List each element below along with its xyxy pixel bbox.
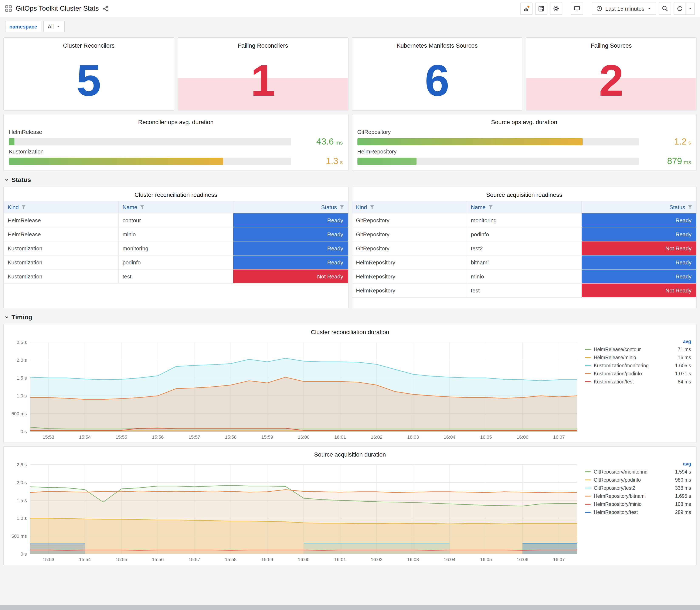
clock-icon [596,5,602,12]
svg-text:2.0 s: 2.0 s [17,480,27,485]
refresh-interval-caret[interactable] [686,2,695,15]
panel-title[interactable]: Cluster Reconcilers [4,38,174,51]
status-badge: Not Ready [582,284,696,297]
gauge-label: HelmRelease [9,129,343,135]
refresh-button[interactable] [674,2,686,15]
dashboard-title[interactable]: GitOps Toolkit Cluster Stats [16,5,99,12]
column-header-kind[interactable]: Kind [352,201,467,213]
column-header-kind[interactable]: Kind [4,201,118,213]
series-color-swatch [585,471,591,472]
gauges-row: Reconciler ops avg. duration HelmRelease… [3,114,697,171]
svg-text:0 s: 0 s [21,551,27,557]
panel-kubernetes-manifests-sources: Kubernetes Manifests Sources 6 [352,37,523,111]
panel-title[interactable]: Cluster reconciliation readiness [4,187,348,200]
column-header-status[interactable]: Status [233,201,348,213]
series-avg-value: 289 ms [670,510,691,515]
svg-text:15:54: 15:54 [79,434,91,440]
readiness-table: KindNameStatus GitRepositorymonitoringRe… [352,201,696,298]
chart-legend: avgHelmRelease/contour71 msHelmRelease/m… [583,337,696,443]
svg-text:15:58: 15:58 [225,434,237,440]
panel-title[interactable]: Failing Reconcilers [178,38,348,51]
chevron-down-icon [647,6,652,11]
dashboard-settings-button[interactable] [550,2,562,15]
legend-item[interactable]: Kustomization/monitoring1.605 s [585,361,691,369]
legend-item[interactable]: HelmRepository/minio108 ms [585,500,691,508]
kind-cell: GitRepository [352,227,467,241]
series-avg-value: 108 ms [670,501,691,507]
panel-source-ops-duration: Source ops avg. duration GitRepository 1… [352,114,697,171]
panel-cluster-reconciliation-readiness: Cluster reconciliation readiness KindNam… [3,187,348,308]
series-name: HelmRepository/test [594,510,667,515]
gauge-label: HelmRepository [357,148,691,155]
panel-title[interactable]: Source acquisition readiness [352,187,696,200]
legend-item[interactable]: GitRepository/test2338 ms [585,484,691,492]
name-cell: monitoring [467,213,582,227]
gauge-value: 1.2s [645,137,691,147]
section-title: Timing [12,313,32,321]
section-title: Status [12,176,31,183]
variable-namespace-label[interactable]: namespace [5,21,42,32]
chart-canvas[interactable]: 0 s500 ms1.0 s1.5 s2.0 s2.5 s15:5315:541… [4,460,583,565]
series-name: Kustomization/test [594,379,667,384]
gear-icon [553,5,559,12]
legend-item[interactable]: HelmRepository/test289 ms [585,508,691,516]
share-dashboard-icon[interactable] [103,5,109,12]
name-cell: test [467,283,582,298]
status-badge: Not Ready [582,241,696,255]
gauge-bar [9,138,15,145]
chart-canvas[interactable]: 0 s500 ms1.0 s1.5 s2.0 s2.5 s15:5315:541… [4,337,583,443]
legend-item[interactable]: HelmRelease/minio16 ms [585,353,691,361]
legend-item[interactable]: Kustomization/test84 ms [585,378,691,386]
zoom-out-button[interactable] [659,2,671,15]
legend-item[interactable]: HelmRepository/bitnami1.695 s [585,492,691,500]
panel-title[interactable]: Source ops avg. duration [357,114,691,127]
panel-title[interactable]: Failing Sources [526,38,696,51]
column-header-name[interactable]: Name [118,201,233,213]
kind-cell: Kustomization [4,255,118,269]
refresh-icon [677,5,683,12]
column-header-status[interactable]: Status [582,201,696,213]
series-avg-value: 84 ms [670,379,691,384]
dashboard-header: GitOps Toolkit Cluster Stats Last 15 [0,0,700,17]
cycle-view-mode-button[interactable] [571,2,583,15]
gauge-value: 1.3s [297,156,343,166]
legend-item[interactable]: GitRepository/monitoring1.594 s [585,468,691,476]
name-cell: contour [118,213,233,227]
magnifier-minus-icon [662,5,668,12]
gauge-track [9,158,291,165]
panel-title[interactable]: Kubernetes Manifests Sources [352,38,522,51]
svg-text:16:02: 16:02 [371,557,382,562]
time-series-plot[interactable]: 0 s500 ms1.0 s1.5 s2.0 s2.5 s15:5315:541… [4,337,583,443]
status-cell: Ready [233,241,348,255]
name-cell: bitnami [467,255,582,269]
panel-title[interactable]: Source acquisition duration [4,447,696,460]
svg-text:16:05: 16:05 [480,434,492,440]
kind-cell: GitRepository [352,241,467,255]
time-range-picker[interactable]: Last 15 minutes [592,2,656,15]
legend-avg-header: avg [683,461,691,466]
row-status-toggle[interactable]: Status [3,176,697,183]
filter-icon [140,205,145,209]
row-timing-toggle[interactable]: Timing [3,313,697,321]
panel-title[interactable]: Reconciler ops avg. duration [9,114,343,127]
gauge-bar [357,138,583,145]
gauge-row: GitRepository 1.2s [357,129,691,147]
legend-item[interactable]: GitRepository/podinfo980 ms [585,476,691,484]
panel-cluster-reconcilers: Cluster Reconcilers 5 [3,37,174,111]
variable-namespace-value-dropdown[interactable]: All [44,21,65,32]
panel-title[interactable]: Cluster reconciliation duration [4,324,696,337]
legend-item[interactable]: HelmRelease/contour71 ms [585,345,691,353]
svg-text:16:00: 16:00 [298,434,309,440]
legend-item[interactable]: Kustomization/podinfo1.071 s [585,369,691,378]
column-header-name[interactable]: Name [467,201,582,213]
add-panel-button[interactable] [520,2,533,15]
apps-grid-icon[interactable] [5,5,12,12]
time-series-plot[interactable]: 0 s500 ms1.0 s1.5 s2.0 s2.5 s15:5315:541… [4,460,583,565]
filter-icon [688,205,693,209]
kind-cell: HelmRepository [352,255,467,269]
svg-text:16:03: 16:03 [407,557,419,562]
name-cell: podinfo [118,255,233,269]
save-dashboard-button[interactable] [535,2,548,15]
svg-text:15:55: 15:55 [115,434,127,440]
chevron-down-icon [57,25,61,29]
